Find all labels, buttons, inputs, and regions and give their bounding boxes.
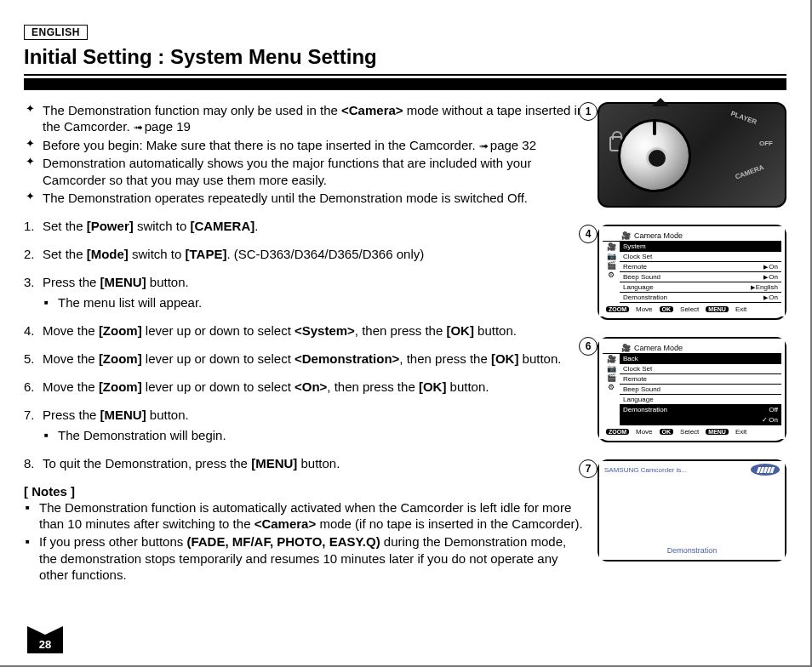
category-icon: 🎥 <box>603 356 620 363</box>
osd-screen-system: 4 🎥Camera Mode 🎥 📷 🎬 ⚙ SystemClock SetRe… <box>598 225 786 320</box>
note-item: If you press other buttons (FADE, MF/AF,… <box>24 533 586 583</box>
osd-menu-list: SystemClock SetRemoteOnBeep SoundOnLangu… <box>620 242 781 303</box>
osd-menu-row: Beep SoundOn <box>620 272 781 282</box>
step: Move the [Zoom] lever up or down to sele… <box>24 322 586 339</box>
dial-label: CAMERA <box>734 163 764 180</box>
osd-category-icons: 🎥 📷 🎬 ⚙ <box>603 354 620 425</box>
ok-pill: OK <box>660 306 674 312</box>
osd-menu-row: Clock Set <box>620 364 781 374</box>
osd-menu-row: DemonstrationOff <box>620 405 781 415</box>
step: Move the [Zoom] lever up or down to sele… <box>24 379 586 395</box>
osd-menu-row: Remote <box>620 374 781 385</box>
osd-menu-row: Clock Set <box>620 252 781 262</box>
step: To quit the Demonstration, press the [ME… <box>24 455 586 471</box>
osd-title: Camera Mode <box>634 344 683 352</box>
osd-menu-row: RemoteOn <box>620 262 781 272</box>
category-icon: 📷 <box>603 365 620 373</box>
zoom-pill: ZOOM <box>606 306 629 312</box>
heading-rule <box>24 74 786 90</box>
step: Move the [Zoom] lever up or down to sele… <box>24 351 586 367</box>
step-number-badge: 1 <box>579 102 598 121</box>
zoom-pill: ZOOM <box>606 429 629 435</box>
osd-menu-row: Beep Sound <box>620 385 781 395</box>
step-number-badge: 4 <box>579 225 598 243</box>
category-icon: 🎬 <box>603 262 620 270</box>
dial-label: OFF <box>759 140 773 147</box>
osd-menu-row: System <box>620 242 781 252</box>
step: Set the [Power] switch to [CAMERA]. <box>24 218 586 234</box>
intro-item: Before you begin: Make sure that there i… <box>24 137 586 154</box>
osd-menu-row: DemonstrationOn <box>620 293 781 303</box>
numbered-steps: Set the [Power] switch to [CAMERA]. Set … <box>24 218 586 471</box>
dial-pointer-icon <box>652 98 669 106</box>
language-badge: ENGLISH <box>24 25 88 40</box>
osd-menu-row: Back <box>620 354 781 364</box>
osd-screen-demo-play: 7 SAMSUNG Camcorder is... Demonstration <box>598 459 786 562</box>
ok-pill: OK <box>660 429 674 435</box>
step-sub: The Demonstration will begin. <box>43 427 586 443</box>
notes-list: The Demonstration function is automatica… <box>24 499 586 583</box>
note-item: The Demonstration function is automatica… <box>24 499 586 532</box>
step-sub: The menu list will appear. <box>43 294 586 311</box>
intro-item: The Demonstration function may only be u… <box>24 102 586 135</box>
demo-caption: Demonstration <box>599 546 785 555</box>
step-number-badge: 7 <box>579 459 598 478</box>
intro-item: The Demonstration operates repeatedly un… <box>24 190 586 206</box>
step: Press the [MENU] button. The menu list w… <box>24 274 586 310</box>
category-icon: 📷 <box>603 253 620 260</box>
osd-menu-row: LanguageEnglish <box>620 282 781 293</box>
demo-status-text: SAMSUNG Camcorder is... <box>604 466 687 474</box>
osd-menu-list: BackClock SetRemoteBeep SoundLanguageDem… <box>620 354 781 425</box>
category-icon: ⚙ <box>603 384 620 391</box>
menu-pill: MENU <box>706 429 729 435</box>
category-icon: 🎥 <box>603 243 620 251</box>
notes-heading: [ Notes ] <box>24 483 586 499</box>
step: Press the [MENU] button. The Demonstrati… <box>24 407 586 442</box>
step: Set the [Mode] switch to [TAPE]. (SC-D36… <box>24 246 586 262</box>
osd-screen-demonstration: 6 🎥Camera Mode 🎥 📷 🎬 ⚙ BackClock SetRemo… <box>598 337 786 442</box>
dial-label: PLAYER <box>730 110 758 126</box>
category-icon: ⚙ <box>603 271 620 279</box>
instruction-column: The Demonstration function may only be u… <box>24 102 586 584</box>
menu-pill: MENU <box>706 306 729 312</box>
osd-title: Camera Mode <box>634 231 683 240</box>
camcorder-icon: 🎥 <box>621 231 631 240</box>
camcorder-icon: 🎥 <box>621 344 631 352</box>
category-icon: 🎬 <box>603 374 620 382</box>
power-dial <box>618 119 691 192</box>
illustration-column: 1 PLAYER OFF CAMERA 4 🎥Camera Mode 🎥 <box>598 102 786 584</box>
camera-dial-illustration: 1 PLAYER OFF CAMERA <box>598 102 786 208</box>
manual-page: ENGLISH Initial Setting : System Menu Se… <box>0 0 812 667</box>
osd-menu-row: On <box>620 415 781 425</box>
osd-footer-hints: ZOOMMove OKSelect MENUExit <box>603 303 781 316</box>
samsung-logo-icon <box>751 464 780 476</box>
osd-category-icons: 🎥 📷 🎬 ⚙ <box>603 242 620 303</box>
step-number-badge: 6 <box>579 337 598 356</box>
osd-menu-row: Language <box>620 395 781 405</box>
intro-item: Demonstration automatically shows you th… <box>24 155 586 187</box>
page-title: Initial Setting : System Menu Setting <box>24 45 786 69</box>
osd-footer-hints: ZOOMMove OKSelect MENUExit <box>603 425 781 439</box>
intro-bullet-list: The Demonstration function may only be u… <box>24 102 586 206</box>
page-number-badge: 28 <box>27 635 63 653</box>
